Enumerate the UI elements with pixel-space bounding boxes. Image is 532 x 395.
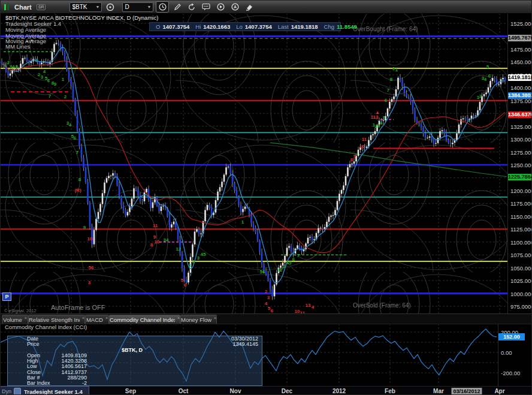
price-axis[interactable]: 975.00001000.00001025.00001050.00001075.… [507, 13, 532, 313]
svg-text:34: 34 [164, 237, 169, 243]
data-window-row: Open1409.8109 [8, 353, 262, 358]
time-axis-label: Apr [494, 388, 504, 394]
svg-text:A: A [234, 5, 237, 9]
price-axis-label: 1325.0000 [510, 123, 532, 130]
taskbar-app-button[interactable]: Tradesight Seeker 1.4 [24, 388, 83, 395]
svg-text:9: 9 [83, 225, 86, 230]
interval-input[interactable]: D▼ [122, 2, 153, 12]
low-label: Lo [236, 23, 243, 30]
clock-icon [159, 3, 167, 11]
price-axis-label: 1050.0000 [510, 265, 532, 272]
price-badge: 1495.7670 [508, 35, 532, 41]
svg-text:8: 8 [150, 242, 153, 248]
svg-text:11: 11 [153, 223, 158, 228]
price-axis-label: 1250.0000 [510, 162, 532, 168]
time-templates-button[interactable] [156, 1, 169, 13]
symbol-lookup-button[interactable] [104, 2, 116, 12]
svg-text:6: 6 [74, 135, 77, 141]
data-window: Date03/30/2012Price1349.4145$BTK, DOpen1… [7, 336, 262, 386]
price-axis-label: 1075.0000 [510, 252, 532, 258]
tab-money-flow[interactable]: Money Flow× [180, 315, 217, 324]
svg-text:9: 9 [353, 153, 356, 159]
svg-text:12: 12 [176, 246, 182, 252]
svg-text:4: 4 [484, 77, 487, 82]
notes-button[interactable] [200, 2, 212, 12]
tab-relative-strength-index[interactable]: Relative Strength Index× [28, 315, 85, 324]
svg-text:11: 11 [362, 137, 367, 142]
price-axis-label: 975.0000 [510, 303, 532, 310]
svg-text:8: 8 [78, 177, 81, 182]
tab-commodity-channel-index-cci-[interactable]: Commodity Channel Index (CCI)× [109, 315, 180, 324]
chevron-down-icon[interactable]: ▼ [96, 5, 100, 9]
draw-button[interactable] [171, 2, 183, 12]
svg-text:2: 2 [479, 94, 482, 99]
svg-text:5: 5 [383, 115, 386, 120]
svg-text:6: 6 [47, 78, 50, 83]
price-axis-label: 1200.0000 [510, 188, 532, 194]
open-label: O [156, 23, 160, 30]
open-value: 1407.3754 [162, 23, 189, 30]
title-badge: SR [37, 4, 46, 10]
alerts-button[interactable]: A [229, 2, 241, 12]
svg-text:7: 7 [297, 253, 300, 258]
pivot-marker-badge[interactable]: P [2, 293, 11, 301]
indicator-axis-label: 0.00 [501, 349, 512, 356]
refresh-button[interactable] [186, 2, 198, 12]
price-badge: 1225.7864 [508, 174, 532, 180]
close-tab-icon[interactable]: × [105, 316, 108, 320]
erase-button[interactable] [243, 2, 255, 12]
chart-window: 12345++12345689712345678(R)9105638910113… [0, 0, 532, 395]
change-label: Chg [324, 23, 334, 30]
close-tab-icon[interactable]: × [82, 316, 84, 320]
price-axis-label: 1300.0000 [510, 136, 532, 143]
price-axis-label: 1525.0000 [510, 20, 532, 27]
indicator-panel-title: Commodity Channel Index (CCI) [5, 324, 87, 330]
change-value: 11.8549 [337, 23, 357, 30]
svg-text:4: 4 [43, 69, 46, 74]
svg-text:6: 6 [184, 282, 187, 288]
svg-text:7: 7 [387, 88, 390, 93]
svg-text:1: 1 [241, 219, 244, 225]
svg-text:10: 10 [359, 144, 365, 149]
indicator-tab-bar: Volume×Relative Strength Index×MACD×Comm… [1, 313, 532, 324]
indicator-axis[interactable]: 200.000.00-200.00152.00 [498, 323, 532, 386]
tab-volume[interactable]: Volume× [2, 315, 28, 324]
svg-text:1: 1 [395, 67, 398, 73]
svg-text:5: 5 [486, 64, 489, 70]
svg-text:4: 4 [380, 120, 383, 126]
data-window-row: Close1412.9737 [8, 370, 262, 375]
chevron-down-icon[interactable]: ▼ [147, 5, 152, 9]
time-axis-label: Oct [179, 388, 189, 394]
svg-text:3: 3 [41, 74, 44, 80]
svg-text:1: 1 [189, 263, 192, 268]
quote-bar: O1407.3754 Hi1420.1663 Lo1407.3754 Last1… [149, 22, 341, 31]
low-value: 1407.3754 [245, 23, 272, 30]
svg-text:6: 6 [292, 257, 295, 262]
svg-text:1: 1 [62, 77, 65, 82]
autoframe-status: AutoFrame is OFF [51, 304, 105, 311]
price-axis-label: 1450.0000 [510, 59, 532, 65]
svg-text:4: 4 [312, 304, 315, 310]
svg-text:34: 34 [10, 64, 15, 70]
time-axis-label: 2012 [332, 388, 346, 394]
price-axis-label: 1025.0000 [510, 278, 532, 284]
time-axis-label: Mar [433, 388, 444, 394]
replay-button[interactable] [214, 2, 226, 12]
taskbar-app-icon[interactable] [14, 388, 21, 395]
symbol-input[interactable]: $BTK▼ [69, 2, 102, 12]
svg-text:8: 8 [390, 77, 393, 82]
close-tab-icon[interactable]: × [25, 316, 27, 320]
svg-text:9: 9 [54, 82, 57, 87]
close-tab-icon[interactable]: × [214, 316, 216, 320]
time-axis-label: Nov [230, 388, 241, 394]
close-tab-icon[interactable]: × [177, 316, 180, 320]
window-title: Chart [14, 4, 32, 11]
study-label-mmlines[interactable]: MM Lines [5, 43, 30, 50]
data-window-row: Low1406.5617 [8, 364, 262, 369]
price-axis-label: 1125.0000 [510, 226, 532, 233]
svg-text:3: 3 [283, 264, 286, 269]
high-label: Hi [195, 23, 201, 30]
price-axis-label: 1000.0000 [510, 291, 532, 297]
svg-text:2: 2 [192, 259, 195, 264]
tab-macd[interactable]: MACD× [85, 315, 109, 324]
